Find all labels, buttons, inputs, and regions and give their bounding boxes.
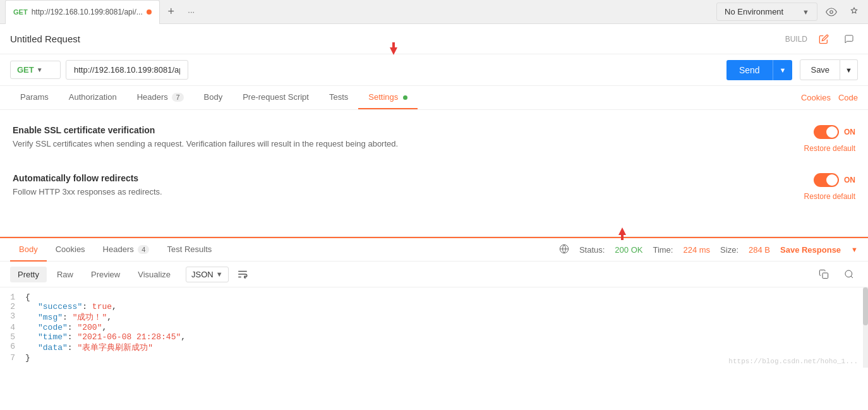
search-icon[interactable] (840, 265, 858, 283)
line-content-7: } (25, 353, 30, 363)
ssl-description: Enable SSL certificate verification Veri… (13, 125, 398, 148)
time-label: Time: (653, 245, 673, 255)
watermark: https://blog.csdn.net/hoho_1... (728, 358, 858, 365)
settings-icon[interactable] (845, 3, 863, 21)
env-chevron-icon: ▼ (802, 8, 809, 16)
request-tabs: Params Authorization Headers 7 Body Pre-… (0, 86, 868, 110)
redirects-control: ON Restore default (767, 173, 855, 201)
tab-settings[interactable]: Settings (358, 86, 418, 109)
response-toolbar: Pretty Raw Preview Visualize JSON ▼ (0, 262, 868, 287)
eye-icon[interactable] (823, 3, 840, 21)
code-line-1: 1 { (0, 292, 868, 302)
code-view-icons (812, 265, 858, 283)
ssl-title: Enable SSL certificate verification (13, 125, 398, 135)
scrollbar-thumb[interactable] (863, 287, 868, 325)
raw-button[interactable]: Raw (49, 267, 81, 282)
preview-button[interactable]: Preview (83, 267, 128, 282)
environment-selector[interactable]: No Environment ▼ (716, 3, 817, 21)
svg-rect-2 (392, 42, 395, 49)
redirects-setting-row: Automatically follow redirects Follow HT… (13, 173, 855, 201)
save-button[interactable]: Save (800, 59, 840, 80)
response-tabs-bar: Body Cookies Headers 4 Test Results Stat… (0, 237, 868, 262)
redirects-title: Automatically follow redirects (13, 173, 162, 183)
tab-bar: GET http://192.168.10.199:8081/api/... +… (0, 0, 868, 24)
send-button[interactable]: Send (726, 60, 773, 80)
line-num-5: 5 (0, 332, 25, 342)
url-input[interactable] (66, 60, 188, 80)
line-num-6: 6 (0, 342, 25, 351)
status-value: 200 OK (615, 245, 642, 255)
ssl-toggle[interactable] (814, 125, 839, 139)
url-container (66, 60, 721, 80)
save-dropdown-button[interactable]: ▼ (840, 59, 858, 80)
url-bar: GET ▼ Send ▼ Save ▼ (0, 54, 868, 86)
settings-content: Enable SSL certificate verification Veri… (0, 110, 868, 236)
line-content-4: "code": "200", (25, 323, 107, 332)
resp-tab-headers[interactable]: Headers 4 (94, 238, 159, 262)
copy-icon[interactable] (815, 265, 833, 283)
resp-tab-test-results[interactable]: Test Results (158, 238, 220, 262)
cookies-link[interactable]: Cookies (801, 93, 831, 102)
ssl-toggle-container: ON (814, 125, 855, 139)
wrap-lines-icon[interactable] (234, 265, 251, 283)
tab-body[interactable]: Body (194, 86, 233, 109)
line-content-2: "success": true, (25, 302, 117, 311)
resp-tab-cookies[interactable]: Cookies (47, 238, 94, 262)
save-response-chevron-icon[interactable]: ▼ (851, 246, 858, 253)
code-line-5: 5 "time": "2021-06-08 21:28:45", (0, 332, 868, 342)
redirects-toggle-label: ON (844, 176, 855, 184)
request-title: Untitled Request (10, 33, 80, 44)
line-num-1: 1 (0, 292, 25, 302)
ssl-restore-link[interactable]: Restore default (804, 144, 855, 153)
code-line-6: 6 "data": "表单字典刷新成功" (0, 342, 868, 353)
resp-tab-body[interactable]: Body (10, 238, 47, 262)
pretty-button[interactable]: Pretty (10, 267, 47, 282)
tab-method: GET (13, 8, 28, 16)
tab-tests[interactable]: Tests (319, 86, 358, 109)
ssl-toggle-knob (826, 126, 838, 138)
new-tab-button[interactable]: + (162, 3, 180, 21)
tab-authorization[interactable]: Authorization (59, 86, 127, 109)
url-arrow-annotation (389, 42, 399, 59)
send-dropdown-button[interactable]: ▼ (773, 60, 793, 80)
format-selector[interactable]: JSON ▼ (186, 267, 229, 282)
redirects-detail: Follow HTTP 3xx responses as redirects. (13, 187, 162, 196)
line-content-6: "data": "表单字典刷新成功" (25, 342, 153, 353)
method-selector[interactable]: GET ▼ (10, 61, 61, 79)
redirects-toggle-knob (826, 174, 838, 186)
redirects-toggle[interactable] (814, 173, 839, 187)
time-value: 224 ms (683, 245, 710, 255)
comment-icon[interactable] (840, 30, 858, 48)
right-tabs: Cookies Code (801, 93, 858, 102)
svg-point-7 (845, 270, 852, 277)
line-num-4: 4 (0, 323, 25, 332)
active-tab[interactable]: GET http://192.168.10.199:8081/api/... (5, 0, 160, 24)
code-link[interactable]: Code (838, 93, 858, 102)
status-label: Status: (579, 245, 605, 255)
svg-rect-6 (823, 273, 828, 279)
tab-headers[interactable]: Headers 7 (127, 86, 194, 109)
status-arrow-annotation (617, 225, 627, 242)
tab-dirty-dot (147, 9, 152, 15)
code-line-4: 4 "code": "200", (0, 323, 868, 332)
tab-prerequest[interactable]: Pre-request Script (232, 86, 319, 109)
response-code-area: 1 { 2 "success": true, 3 "msg": "成功！", 4… (0, 287, 868, 368)
scrollbar-track[interactable] (863, 287, 868, 368)
send-button-group: Send ▼ (726, 60, 793, 80)
line-num-7: 7 (0, 353, 25, 363)
visualize-button[interactable]: Visualize (130, 267, 178, 282)
build-button[interactable]: BUILD (785, 35, 807, 44)
env-label: No Environment (725, 7, 783, 16)
more-tabs-button[interactable]: ··· (183, 3, 200, 21)
globe-icon (559, 244, 569, 256)
line-content-3: "msg": "成功！", (25, 311, 112, 323)
method-label: GET (17, 65, 34, 75)
tab-params[interactable]: Params (10, 86, 59, 109)
code-line-2: 2 "success": true, (0, 302, 868, 311)
tab-url: http://192.168.10.199:8081/api/... (32, 8, 143, 16)
code-line-3: 3 "msg": "成功！", (0, 311, 868, 323)
ssl-detail: Verify SSL certificates when sending a r… (13, 139, 398, 148)
save-response-button[interactable]: Save Response (780, 245, 841, 255)
edit-icon[interactable] (815, 30, 833, 48)
redirects-restore-link[interactable]: Restore default (804, 192, 855, 201)
